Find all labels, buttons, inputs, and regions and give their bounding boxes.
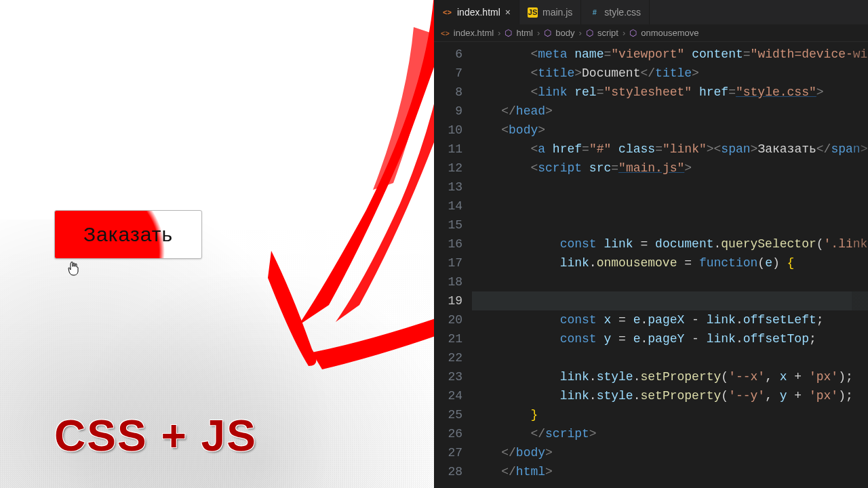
line-gutter: 6789101112131415161718192021222324252627… xyxy=(434,42,472,488)
editor-tabs: <>index.html×JSmain.js#style.css xyxy=(434,0,868,24)
code-line[interactable]: <title>Document</title> xyxy=(472,64,868,83)
code-line[interactable]: const y = e.pageY - link.offsetTop; xyxy=(472,329,868,348)
tab-main-js[interactable]: JSmain.js xyxy=(519,0,581,24)
chevron-right-icon: › xyxy=(537,28,540,38)
code-line[interactable]: <body> xyxy=(472,121,868,140)
code-line[interactable] xyxy=(472,197,868,216)
code-line[interactable]: </head> xyxy=(472,102,868,121)
preview-pane: Заказать CSS + JS xyxy=(0,0,434,488)
tab-label: main.js xyxy=(542,7,572,18)
code-line[interactable]: </html> xyxy=(472,462,868,481)
css-file-icon: # xyxy=(589,7,599,18)
breadcrumb-item[interactable]: script xyxy=(597,28,618,38)
symbol-icon: ⬡ xyxy=(586,28,593,38)
code-line[interactable] xyxy=(472,272,868,291)
symbol-icon: ⬡ xyxy=(505,28,512,38)
chevron-right-icon: › xyxy=(623,28,625,38)
minimap[interactable] xyxy=(852,42,868,488)
code-line[interactable]: <link rel="stylesheet" href="style.css"> xyxy=(472,83,868,102)
chevron-right-icon: › xyxy=(498,28,500,38)
tab-index-html[interactable]: <>index.html× xyxy=(434,0,519,24)
tab-style-css[interactable]: #style.css xyxy=(581,0,650,24)
code-line[interactable] xyxy=(472,291,868,310)
symbol-icon: ⬡ xyxy=(629,28,637,38)
js-file-icon: JS xyxy=(528,7,538,18)
breadcrumb-item[interactable]: onmousemove xyxy=(641,28,698,38)
code-line[interactable]: <script src="main.js"> xyxy=(472,159,868,178)
breadcrumb-item[interactable]: body xyxy=(555,28,574,38)
cursor-pointer-icon xyxy=(68,262,79,277)
code-line[interactable]: link.style.setProperty('--y', y + 'px'); xyxy=(472,386,868,405)
symbol-icon: ⬡ xyxy=(544,28,551,38)
order-button-label: Заказать xyxy=(83,223,173,246)
breadcrumb-item[interactable]: index.html xyxy=(454,28,494,38)
tagline: CSS + JS xyxy=(54,411,257,461)
code-line[interactable]: link.style.setProperty('--x', x + 'px'); xyxy=(472,367,868,386)
code-line[interactable]: </body> xyxy=(472,443,868,462)
close-icon[interactable]: × xyxy=(505,7,511,18)
code-area[interactable]: 6789101112131415161718192021222324252627… xyxy=(434,42,868,488)
order-button[interactable]: Заказать xyxy=(54,210,202,259)
code-line[interactable]: const link = document.querySelector('.li… xyxy=(472,235,868,253)
code-line[interactable] xyxy=(472,216,868,235)
code-line[interactable]: </script> xyxy=(472,424,868,443)
chevron-right-icon: › xyxy=(579,28,582,38)
code-line[interactable]: <a href="#" class="link"><span>Заказать<… xyxy=(472,140,868,159)
tab-label: index.html xyxy=(457,7,500,18)
code-line[interactable]: const x = e.pageX - link.offsetLeft; xyxy=(472,310,868,329)
code-line[interactable] xyxy=(472,178,868,197)
code-line[interactable]: link.onmousemove = function(e) { xyxy=(472,253,868,272)
html-file-icon: <> xyxy=(442,7,452,18)
breadcrumbs[interactable]: <>index.html›⬡html›⬡body›⬡script›⬡onmous… xyxy=(434,24,868,42)
html-file-icon: <> xyxy=(441,29,450,37)
breadcrumb-item[interactable]: html xyxy=(516,28,533,38)
code-editor: <>index.html×JSmain.js#style.css <>index… xyxy=(434,0,868,488)
code-line[interactable]: } xyxy=(472,405,868,424)
code-line[interactable]: <meta name="viewport" content="width=dev… xyxy=(472,45,868,64)
tab-label: style.css xyxy=(604,7,641,18)
code-line[interactable] xyxy=(472,348,868,367)
code-lines[interactable]: <meta name="viewport" content="width=dev… xyxy=(472,42,868,488)
